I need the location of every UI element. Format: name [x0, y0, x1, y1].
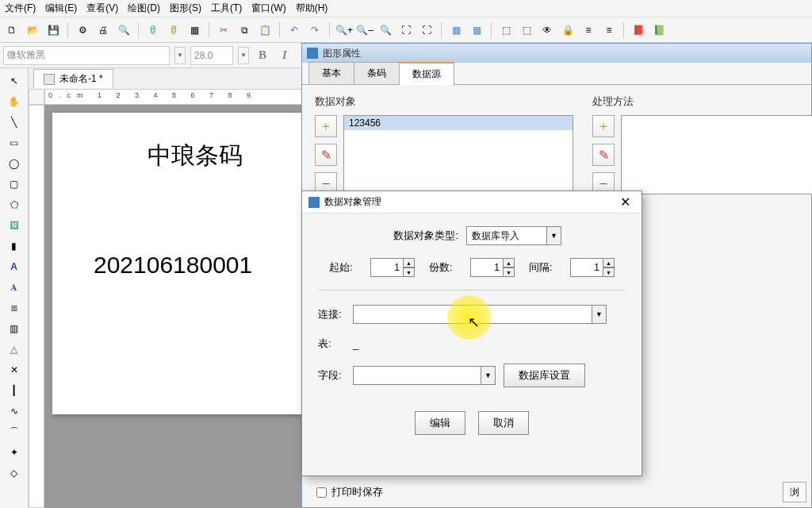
tool-vbar-icon[interactable]: ┃ [5, 381, 24, 400]
fit2-icon[interactable]: ⛶ [418, 21, 435, 39]
menu-tool[interactable]: 工具(T) [211, 2, 242, 15]
tool-hline-icon[interactable]: ≣ [5, 298, 24, 318]
menu-draw[interactable]: 绘图(D) [128, 2, 160, 15]
tab-basic[interactable]: 基本 [308, 62, 354, 84]
document-tab[interactable]: 未命名-1 * [33, 69, 113, 88]
tool-star-icon[interactable]: ✦ [5, 443, 24, 462]
db1-icon[interactable]: 🛢 [144, 21, 162, 39]
spin-up-icon[interactable]: ▲ [603, 258, 615, 267]
spin-down-icon[interactable]: ▼ [603, 267, 615, 277]
interval-spinner[interactable]: ▲▼ [570, 258, 615, 277]
data-object-type-combo[interactable]: 数据库导入 ▼ [466, 226, 561, 245]
paste-icon[interactable]: 📋 [256, 21, 274, 39]
tool-arrow-icon[interactable]: ↖ [5, 71, 24, 90]
method-list[interactable] [621, 115, 812, 194]
page-title-text[interactable]: 中琅条码 [147, 140, 306, 172]
db-settings-button[interactable]: 数据库设置 [504, 364, 585, 387]
excel-icon[interactable]: 📗 [650, 21, 668, 39]
r2-icon[interactable]: ▦ [468, 21, 485, 39]
align2-icon[interactable]: ≡ [600, 21, 618, 39]
interval-input[interactable] [570, 258, 603, 277]
save-icon[interactable]: 💾 [44, 21, 62, 39]
tool-rrect-icon[interactable]: ▢ [5, 175, 24, 194]
data-object-item[interactable]: 123456 [344, 116, 573, 130]
g1-icon[interactable]: ⬚ [497, 21, 515, 39]
edit-button[interactable]: 编辑 [415, 411, 465, 435]
tool-diamond-icon[interactable]: ◇ [5, 464, 24, 483]
copies-spinner[interactable]: ▲▼ [470, 258, 515, 277]
open-icon[interactable]: 📂 [24, 21, 41, 39]
zoom-icon[interactable]: 🔍 [377, 21, 394, 39]
redo-icon[interactable]: ↷ [306, 21, 324, 39]
db2-icon[interactable]: 🛢 [165, 21, 182, 39]
zoomin-icon[interactable]: 🔍+ [335, 21, 353, 39]
tool-oval-icon[interactable]: ◯ [5, 154, 24, 173]
field-combo[interactable]: ▼ [353, 366, 496, 385]
tool-barcode-icon[interactable]: ▥ [5, 319, 24, 338]
menu-help[interactable]: 帮助(H) [296, 2, 328, 15]
properties-titlebar[interactable]: 图形属性 [302, 44, 811, 63]
vertical-ruler[interactable] [29, 105, 44, 508]
spin-up-icon[interactable]: ▲ [404, 258, 415, 267]
font-combo-arrow-icon[interactable]: ▼ [174, 47, 186, 64]
print-icon[interactable]: 🖨 [94, 21, 112, 39]
edit-data-object-button[interactable]: ✎ [315, 144, 337, 166]
add-method-button[interactable]: ＋ [592, 115, 615, 137]
pdf-icon[interactable]: 📕 [630, 21, 647, 39]
add-data-object-button[interactable]: ＋ [315, 115, 337, 137]
tool-code-icon[interactable]: ▮ [5, 237, 24, 256]
copies-input[interactable] [470, 258, 504, 277]
r1-icon[interactable]: ▦ [447, 21, 465, 39]
tool-tri-icon[interactable]: △ [5, 340, 24, 359]
font-combo[interactable]: 微软雅黑 [3, 46, 170, 65]
tab-barcode[interactable]: 条码 [354, 62, 400, 84]
edit-method-button[interactable]: ✎ [592, 144, 615, 166]
g2-icon[interactable]: ⬚ [518, 21, 535, 39]
preview-icon[interactable]: 🔍 [115, 21, 132, 39]
cancel-button[interactable]: 取消 [478, 411, 529, 435]
save-on-print-input[interactable] [316, 487, 327, 498]
eye-icon[interactable]: 👁 [538, 21, 556, 39]
tool-vtext-icon[interactable]: 𝐀 [5, 278, 24, 297]
connection-combo[interactable]: ▼ [353, 305, 607, 324]
chevron-down-icon[interactable]: ▼ [592, 306, 606, 323]
tool-img-icon[interactable]: 🖼 [5, 216, 24, 235]
copy-icon[interactable]: ⧉ [236, 21, 253, 39]
tool-pan-icon[interactable]: ✋ [5, 92, 24, 111]
start-spinner[interactable]: ▲▼ [370, 258, 415, 277]
dialog-close-button[interactable]: ✕ [615, 194, 635, 210]
tool-curve1-icon[interactable]: ∿ [5, 402, 24, 421]
tab-data-source[interactable]: 数据源 [399, 62, 454, 85]
page-serial-text[interactable]: 202106180001 [94, 252, 306, 279]
menu-window[interactable]: 窗口(W) [251, 2, 285, 15]
tool-text-icon[interactable]: A [5, 257, 24, 276]
new-icon[interactable]: 🗋 [3, 21, 21, 39]
menu-file[interactable]: 文件(F) [5, 2, 36, 15]
dialog-titlebar[interactable]: 数据对象管理 ✕ [302, 191, 642, 214]
tool-curve2-icon[interactable]: ⌒ [5, 422, 24, 441]
undo-icon[interactable]: ↶ [285, 21, 303, 39]
grid-icon[interactable]: ▦ [186, 21, 203, 39]
page[interactable]: 中琅条码 202106180001 [52, 113, 322, 414]
lock-icon[interactable]: 🔒 [559, 21, 576, 39]
tool-cross-icon[interactable]: ✕ [5, 360, 24, 379]
align1-icon[interactable]: ≡ [580, 21, 597, 39]
spin-up-icon[interactable]: ▲ [504, 258, 515, 267]
italic-button[interactable]: I [276, 47, 293, 64]
chevron-down-icon[interactable]: ▼ [481, 367, 495, 384]
zoomout-icon[interactable]: 🔍– [356, 21, 373, 39]
data-object-list[interactable]: 123456 [343, 115, 573, 194]
cut-icon[interactable]: ✂ [215, 21, 232, 39]
tool-poly-icon[interactable]: ⬠ [5, 195, 24, 214]
browse-button[interactable]: 浏 [783, 482, 806, 502]
spin-down-icon[interactable]: ▼ [404, 267, 415, 277]
size-combo[interactable]: 28.0 [190, 46, 233, 65]
tool-rect-icon[interactable]: ▭ [5, 133, 24, 152]
bold-button[interactable]: B [254, 47, 271, 64]
spin-down-icon[interactable]: ▼ [504, 267, 515, 277]
tool-line-icon[interactable]: ╲ [5, 113, 24, 132]
size-combo-arrow-icon[interactable]: ▼ [238, 47, 249, 64]
start-input[interactable] [370, 258, 404, 277]
menu-view[interactable]: 查看(V) [86, 2, 118, 15]
menu-shape[interactable]: 图形(S) [170, 2, 201, 15]
